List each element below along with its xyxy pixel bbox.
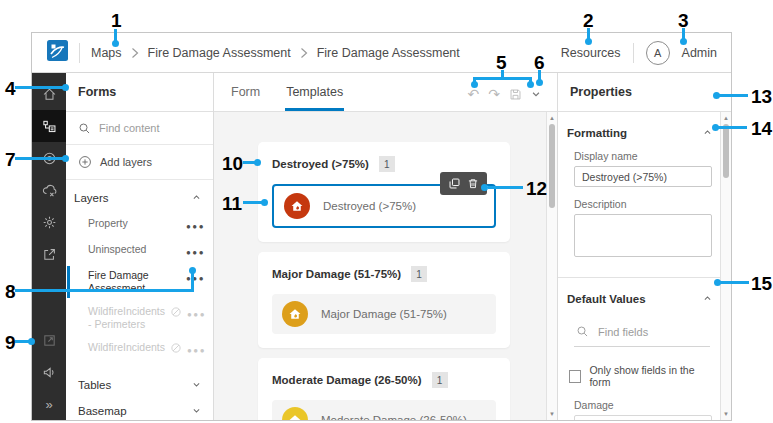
description-field[interactable] <box>574 214 712 257</box>
callout-label-13: 13 <box>751 87 772 106</box>
template-count-badge: 1 <box>432 372 448 388</box>
editor-tab-bar: Form Templates ↶ ↷ <box>214 73 557 112</box>
template-card-destroyed[interactable]: Destroyed (>75%) <box>272 184 496 228</box>
template-count-badge: 1 <box>411 266 427 282</box>
add-layers-label: Add layers <box>100 156 152 168</box>
sharing-icon[interactable] <box>32 238 66 270</box>
save-icon[interactable] <box>509 88 522 101</box>
template-card-major-damage[interactable]: Major Damage (51-75%) <box>272 294 496 334</box>
basemap-section-header[interactable]: Basemap <box>66 398 213 420</box>
group-title: Destroyed (>75%) <box>272 158 369 170</box>
undo-icon[interactable]: ↶ <box>468 87 480 101</box>
layer-options-icon[interactable]: ●●● <box>186 246 205 259</box>
layers-section-header[interactable]: Layers <box>66 180 213 212</box>
scrollbar-thumb[interactable] <box>549 124 555 208</box>
only-show-fields-checkbox[interactable] <box>569 370 581 383</box>
topbar-divider <box>633 43 634 63</box>
duplicate-icon[interactable] <box>448 177 461 190</box>
group-title: Major Damage (51-75%) <box>272 268 401 280</box>
avatar[interactable]: A <box>646 41 670 65</box>
properties-scrollbar[interactable]: ▲ ▼ <box>720 112 731 420</box>
admin-menu[interactable]: Admin <box>682 46 717 60</box>
layer-options-icon[interactable]: ●●● <box>186 220 205 233</box>
redo-icon[interactable]: ↷ <box>488 87 500 101</box>
callout-label-1: 1 <box>111 11 122 30</box>
callout-label-3: 3 <box>678 11 689 30</box>
layer-item-uninspected[interactable]: Uninspected ●●● <box>66 238 213 264</box>
app-link-icon[interactable] <box>32 324 66 356</box>
forms-panel-title: Forms <box>66 73 213 112</box>
layer-item-fire-damage-assessment[interactable]: Fire Damage Assessment ●●● <box>66 264 213 300</box>
templates-scrollbar[interactable]: ▲ ▼ <box>546 112 557 420</box>
tables-section-header[interactable]: Tables <box>66 372 213 398</box>
collapse-sidebar-button[interactable]: » <box>32 388 66 420</box>
chevron-up-icon <box>703 293 712 305</box>
scroll-up-icon[interactable]: ▲ <box>721 113 731 123</box>
chevron-right-icon <box>300 47 308 59</box>
layers-header-label: Layers <box>74 192 109 204</box>
expand-icon[interactable] <box>531 89 541 99</box>
moderate-damage-symbol-icon <box>282 407 308 420</box>
find-fields-input[interactable] <box>598 326 688 338</box>
section-divider <box>558 277 720 278</box>
scroll-up-icon[interactable]: ▲ <box>547 113 557 123</box>
delete-icon[interactable] <box>467 177 479 190</box>
not-editable-icon <box>170 342 182 357</box>
display-name-field[interactable] <box>582 171 704 183</box>
formatting-header-label: Formatting <box>567 127 627 139</box>
forms-icon[interactable] <box>32 110 66 142</box>
default-values-section-header[interactable]: Default Values <box>567 293 712 305</box>
layer-options-icon[interactable]: ●●● <box>186 272 205 285</box>
add-layers-button[interactable]: Add layers <box>66 145 213 180</box>
callout-label-4: 4 <box>5 79 16 98</box>
home-icon[interactable] <box>32 78 66 110</box>
formatting-section-header[interactable]: Formatting <box>567 127 712 139</box>
not-editable-icon <box>170 306 182 321</box>
properties-content: Formatting Display name Description Defa… <box>558 112 720 420</box>
only-show-fields-checkbox-row[interactable]: Only show fields in the form <box>569 364 712 388</box>
template-group-major-damage: Major Damage (51-75%) 1 Major Damage (51… <box>258 252 510 348</box>
breadcrumb-maps[interactable]: Maps <box>91 46 122 60</box>
resources-link[interactable]: Resources <box>561 46 621 60</box>
tab-form[interactable]: Form <box>230 85 261 111</box>
basemap-header-label: Basemap <box>78 405 127 417</box>
topbar-divider <box>79 43 80 63</box>
template-editor: Form Templates ↶ ↷ <box>214 73 558 420</box>
layer-name: Uninspected <box>88 243 181 256</box>
breadcrumb-map-name[interactable]: Fire Damage Assessment <box>148 46 291 60</box>
callout-label-7: 7 <box>5 150 16 169</box>
settings-icon[interactable] <box>32 206 66 238</box>
search-input[interactable] <box>99 122 189 134</box>
template-label: Major Damage (51-75%) <box>321 308 447 320</box>
scroll-down-icon[interactable]: ▼ <box>721 409 731 419</box>
chevron-down-icon <box>192 379 201 391</box>
sidebar-spacer <box>32 270 66 324</box>
group-header: Moderate Damage (26-50%) 1 <box>272 372 496 388</box>
description-label: Description <box>574 198 712 210</box>
layer-options-icon[interactable]: ●●● <box>187 308 206 321</box>
chevron-down-icon <box>192 405 201 417</box>
announcements-icon[interactable] <box>32 356 66 388</box>
tab-templates[interactable]: Templates <box>285 85 344 111</box>
checkbox-label: Only show fields in the form <box>589 364 712 388</box>
callout-label-8: 8 <box>5 282 16 301</box>
esri-logo-icon[interactable] <box>47 40 68 65</box>
layer-item-property[interactable]: Property ●●● <box>66 212 213 238</box>
top-bar: Maps Fire Damage Assessment Fire Damage … <box>32 33 731 73</box>
scroll-down-icon[interactable]: ▼ <box>547 409 557 419</box>
find-content-search[interactable] <box>66 112 213 145</box>
damage-field[interactable] <box>582 420 704 421</box>
group-header: Major Damage (51-75%) 1 <box>272 266 496 282</box>
breadcrumb: Maps Fire Damage Assessment Fire Damage … <box>91 46 460 60</box>
offline-icon[interactable] <box>32 174 66 206</box>
chevron-up-icon <box>192 192 201 204</box>
template-group-destroyed: Destroyed (>75%) 1 Destroyed (>75%) <box>258 142 510 242</box>
scrollbar-thumb[interactable] <box>723 124 729 178</box>
find-fields-search[interactable] <box>574 320 710 347</box>
layer-options-icon[interactable]: ●●● <box>187 344 206 357</box>
layer-item-wildfireincidents-perimeters[interactable]: WildfireIncidents - Perimeters ●●● <box>66 300 213 336</box>
geofences-icon[interactable] <box>32 142 66 174</box>
layer-item-wildfireincidents[interactable]: WildfireIncidents ●●● <box>66 336 213 362</box>
template-card-moderate-damage[interactable]: Moderate Damage (26-50%) <box>272 400 496 420</box>
callout-label-15: 15 <box>751 274 772 293</box>
